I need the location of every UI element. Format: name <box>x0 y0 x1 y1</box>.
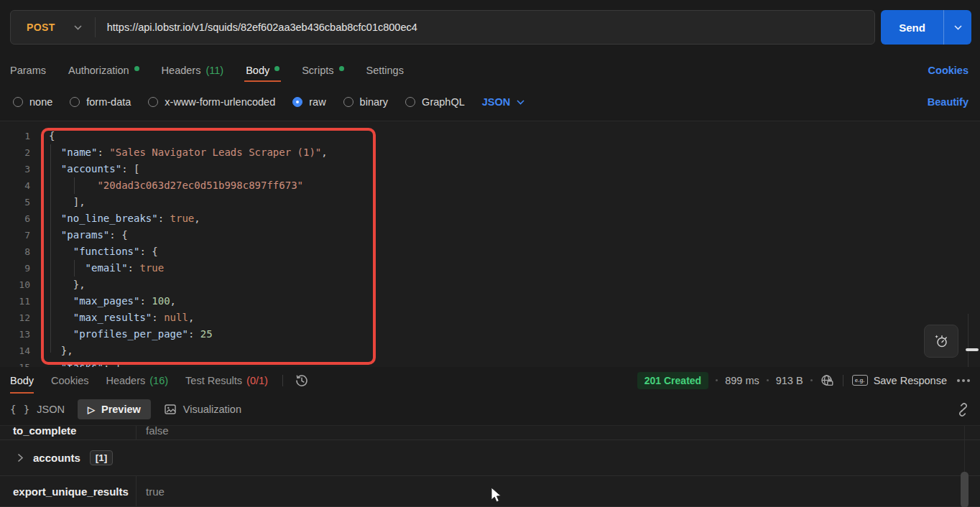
response-tabs: BodyCookiesHeaders(16)Test Results(0/1) <box>10 367 268 394</box>
save-example-icon: e.g. <box>852 375 868 386</box>
radio-label: GraphQL <box>422 96 465 108</box>
request-tabs: ParamsAuthorizationHeaders(11)BodyScript… <box>10 57 404 83</box>
response-view-bar: { } JSON ▷ Preview Visualization <box>0 394 980 425</box>
api-client-window: POST https://api.lobstr.io/v1/squids/82e… <box>0 0 980 507</box>
radio-label: form-data <box>86 96 131 108</box>
braces-icon: { } <box>10 404 30 415</box>
view-json-label: JSON <box>37 404 65 415</box>
view-preview-button[interactable]: ▷ Preview <box>78 399 151 419</box>
save-response-button[interactable]: e.g. Save Response <box>852 375 947 386</box>
network-info-button[interactable] <box>820 373 834 388</box>
beautify-link[interactable]: Beautify <box>928 96 969 108</box>
body-type-binary[interactable]: binary <box>343 96 389 108</box>
tab-label: Headers <box>162 65 201 76</box>
code-text: "params": { <box>40 227 128 243</box>
body-type-form-data[interactable]: form-data <box>70 96 131 108</box>
radio-label: x-www-form-urlencoded <box>165 96 275 108</box>
request-body-editor[interactable]: 1{2 "name": "Sales Navigator Leads Scrap… <box>0 121 980 368</box>
tab-count: (0/1) <box>246 375 268 386</box>
tab-settings[interactable]: Settings <box>366 57 404 83</box>
response-tab-body[interactable]: Body <box>10 367 34 394</box>
tab-authorization[interactable]: Authorization <box>68 57 139 83</box>
line-number: 14 <box>0 343 40 359</box>
body-type-raw[interactable]: raw <box>292 96 325 108</box>
response-tab-cookies[interactable]: Cookies <box>51 367 88 394</box>
code-text: }, <box>40 276 85 293</box>
code-text: }, <box>40 343 73 359</box>
method-selector[interactable]: POST <box>11 11 95 44</box>
code-line: 1{ <box>0 128 980 144</box>
table-scrollbar-thumb[interactable] <box>961 472 969 507</box>
postbot-button[interactable] <box>924 325 958 358</box>
response-tab-test-results[interactable]: Test Results(0/1) <box>185 367 268 394</box>
body-type-radios: noneform-datax-www-form-urlencodedrawbin… <box>13 96 465 108</box>
view-visualization-button[interactable]: Visualization <box>164 403 241 416</box>
radio-icon <box>13 97 23 107</box>
ellipsis-icon <box>962 379 965 382</box>
language-selector[interactable]: JSON <box>482 96 525 108</box>
cookies-link[interactable]: Cookies <box>928 65 969 76</box>
url-input[interactable]: https://api.lobstr.io/v1/squids/82ef602a… <box>96 22 874 33</box>
view-json-button[interactable]: { } JSON <box>10 404 65 415</box>
response-status-group: 201 Created 899 ms 913 B e <box>637 372 970 389</box>
table-row: export_unique_resultstrue <box>0 476 980 507</box>
chevron-right-icon <box>17 453 24 462</box>
editor-scrollbar-thumb[interactable] <box>966 348 979 351</box>
tab-scripts[interactable]: Scripts <box>302 57 343 83</box>
editor-scrollbar-track <box>968 314 969 367</box>
line-number: 10 <box>0 276 40 293</box>
request-url-bar: POST https://api.lobstr.io/v1/squids/82e… <box>10 10 971 45</box>
line-number: 8 <box>0 243 40 260</box>
enabled-dot-icon <box>339 66 344 71</box>
radio-icon <box>343 97 353 107</box>
code-line: 8 "functions": { <box>0 243 980 260</box>
view-preview-label: Preview <box>101 404 141 415</box>
chevron-down-icon <box>74 25 82 30</box>
body-type-none[interactable]: none <box>13 96 52 108</box>
radio-icon <box>292 97 302 107</box>
tab-count: (16) <box>149 375 168 386</box>
tab-params[interactable]: Params <box>10 57 46 83</box>
tab-headers[interactable]: Headers(11) <box>162 57 224 83</box>
enabled-dot-icon <box>134 66 139 71</box>
code-line: 14 }, <box>0 343 980 359</box>
row-key: to_complete <box>0 426 137 439</box>
line-number: 3 <box>0 161 40 177</box>
body-type-x-www-form-urlencoded[interactable]: x-www-form-urlencoded <box>148 96 275 108</box>
code-text: "max_pages": 100, <box>40 293 176 310</box>
response-time[interactable]: 899 ms <box>725 375 759 386</box>
url-box: POST https://api.lobstr.io/v1/squids/82e… <box>10 10 875 45</box>
ellipsis-icon <box>967 379 970 382</box>
more-options-button[interactable] <box>957 379 970 382</box>
table-row: to_completefalse <box>0 426 980 440</box>
copy-link-button[interactable] <box>956 403 970 417</box>
expand-toggle[interactable]: accounts[1] <box>0 450 113 465</box>
response-tab-headers[interactable]: Headers(16) <box>106 367 168 394</box>
line-number: 4 <box>0 177 40 194</box>
array-count-badge: [1] <box>90 450 114 465</box>
play-icon: ▷ <box>88 404 95 415</box>
code-line: 4 "20dad3c063d27ec0d51b998c897ff673" <box>0 177 980 194</box>
tab-label: Test Results <box>185 375 242 386</box>
tab-body[interactable]: Body <box>246 57 279 83</box>
tab-label: Authorization <box>68 65 129 76</box>
divider <box>843 375 843 386</box>
view-visualization-label: Visualization <box>183 404 241 415</box>
send-button[interactable]: Send <box>881 10 943 45</box>
code-line: 13 "profiles_per_page": 25 <box>0 326 980 343</box>
response-history-button[interactable] <box>295 373 309 388</box>
request-tabs-bar: ParamsAuthorizationHeaders(11)BodyScript… <box>10 57 969 83</box>
response-size[interactable]: 913 B <box>776 375 803 386</box>
tab-label: Body <box>10 375 34 386</box>
link-icon <box>956 403 970 417</box>
body-type-graphql[interactable]: GraphQL <box>405 96 465 108</box>
status-badge[interactable]: 201 Created <box>637 372 708 389</box>
code-text: ], <box>40 194 85 210</box>
code-line: 6 "no_line_breaks": true, <box>0 210 980 227</box>
send-options-button[interactable] <box>943 10 971 45</box>
dot-separator <box>810 379 813 381</box>
code-line: 11 "max_pages": 100, <box>0 293 980 310</box>
table-row[interactable]: accounts[1] <box>0 440 980 476</box>
tab-label: Params <box>10 65 46 76</box>
row-value: false <box>137 426 169 439</box>
